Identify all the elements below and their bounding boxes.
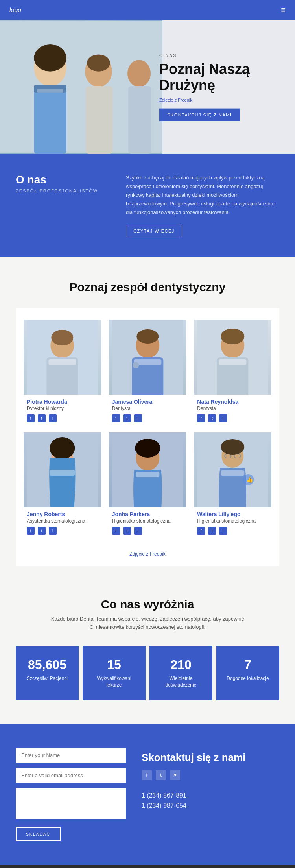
instagram-icon-5[interactable]: i bbox=[134, 527, 142, 535]
team-member-role-6: Higienistka stomatologiczna bbox=[197, 518, 268, 524]
svg-rect-34 bbox=[136, 472, 159, 477]
team-card-info-3: Nata Reynoldsa Dentysta f t i bbox=[194, 395, 271, 425]
email-input[interactable] bbox=[16, 768, 126, 783]
instagram-icon-3[interactable]: i bbox=[219, 414, 227, 422]
name-input[interactable] bbox=[16, 748, 126, 763]
contact-phone-1[interactable]: 1 (234) 567-891 bbox=[142, 792, 279, 799]
svg-rect-9 bbox=[128, 86, 151, 154]
twitter-icon-2[interactable]: t bbox=[123, 414, 131, 422]
svg-point-18 bbox=[136, 329, 159, 344]
twitter-icon-3[interactable]: t bbox=[208, 414, 216, 422]
svg-rect-15 bbox=[48, 359, 76, 365]
team-social-2: f t i bbox=[112, 414, 183, 422]
menu-icon[interactable]: ≡ bbox=[281, 6, 286, 15]
facebook-icon-3[interactable]: f bbox=[197, 414, 205, 422]
team-card-info-5: Jonha Parkera Higienistka stomatologiczn… bbox=[109, 507, 186, 537]
team-member-role-2: Dentysta bbox=[112, 406, 183, 411]
svg-point-33 bbox=[135, 439, 160, 458]
instagram-icon-2[interactable]: i bbox=[134, 414, 142, 422]
instagram-icon-4[interactable]: i bbox=[49, 527, 57, 535]
team-title: Poznaj zespół dentystyczny bbox=[16, 281, 279, 294]
team-grid: Piotra Howarda Dyrektor kliniczny f t i bbox=[24, 320, 271, 537]
hero-overtitle: O NAS bbox=[159, 53, 283, 58]
facebook-icon-4[interactable]: f bbox=[27, 527, 35, 535]
twitter-icon-4[interactable]: t bbox=[38, 527, 46, 535]
twitter-icon-1[interactable]: t bbox=[38, 414, 46, 422]
team-social-5: f t i bbox=[112, 527, 183, 535]
stat-number-1: 85,605 bbox=[22, 657, 72, 672]
svg-point-29 bbox=[50, 437, 75, 459]
stat-label-4: Dogodne lokalizacje bbox=[223, 675, 273, 682]
hero-content: O NAS Poznaj Naszą Drużynę Zdjęcie z Fre… bbox=[159, 53, 283, 121]
svg-point-7 bbox=[87, 55, 110, 72]
message-textarea[interactable] bbox=[16, 788, 126, 819]
hero-image bbox=[0, 20, 162, 154]
svg-rect-26 bbox=[219, 359, 247, 365]
team-photo-4 bbox=[24, 432, 101, 507]
team-social-6: f t i bbox=[197, 527, 268, 535]
about-subtitle: ZESPÓŁ PROFESJONALISTÓW bbox=[16, 188, 110, 193]
team-card-info-2: Jamesa Olivera Dentysta f t i bbox=[109, 395, 186, 425]
facebook-icon-5[interactable]: f bbox=[112, 527, 120, 535]
team-photo-credit: Zdjęcie z Freepik bbox=[24, 545, 271, 558]
about-section: O nas ZESPÓŁ PROFESJONALISTÓW Szybko zac… bbox=[0, 154, 295, 257]
twitter-icon-6[interactable]: t bbox=[208, 527, 216, 535]
stats-subtitle: Każde biuro Dental Team ma wsparcie, wie… bbox=[49, 615, 246, 632]
team-photo-3 bbox=[194, 320, 271, 395]
hero-doctors-svg bbox=[0, 20, 162, 154]
team-photo-5 bbox=[109, 432, 186, 507]
contact-info-area: Skontaktuj się z nami f t ✦ 1 (234) 567-… bbox=[142, 748, 279, 813]
instagram-icon-1[interactable]: i bbox=[49, 414, 57, 422]
navbar: logo ≡ bbox=[0, 0, 295, 20]
contact-section: SKŁADAĆ Skontaktuj się z nami f t ✦ 1 (2… bbox=[0, 724, 295, 865]
stat-number-3: 210 bbox=[156, 657, 206, 672]
team-photo-6: 👍 bbox=[194, 432, 271, 507]
stats-grid: 85,605 Szczęśliwi Pacjenci 15 Wykwalifik… bbox=[16, 646, 279, 700]
svg-text:👍: 👍 bbox=[247, 476, 254, 483]
team-member-name-3: Nata Reynoldsa bbox=[197, 399, 268, 405]
stat-card-1: 85,605 Szczęśliwi Pacjenci bbox=[16, 646, 79, 700]
contact-instagram-icon[interactable]: ✦ bbox=[170, 770, 180, 780]
svg-rect-2 bbox=[34, 85, 66, 154]
facebook-icon-6[interactable]: f bbox=[197, 527, 205, 535]
hero-title: Poznaj Naszą Drużynę bbox=[159, 61, 283, 94]
contact-twitter-icon[interactable]: t bbox=[156, 770, 166, 780]
about-title: O nas bbox=[16, 174, 110, 186]
svg-point-21 bbox=[133, 362, 139, 368]
svg-rect-30 bbox=[50, 470, 75, 476]
hero-photo-credit: Zdjęcie z Freepik bbox=[159, 97, 283, 102]
contact-socials: f t ✦ bbox=[142, 770, 279, 780]
contact-facebook-icon[interactable]: f bbox=[142, 770, 152, 780]
team-social-3: f t i bbox=[197, 414, 268, 422]
submit-button[interactable]: SKŁADAĆ bbox=[16, 827, 61, 841]
svg-point-40 bbox=[221, 439, 245, 455]
svg-rect-41 bbox=[221, 470, 245, 476]
team-member-role-1: Dyrektor kliniczny bbox=[27, 406, 98, 411]
stat-label-2: Wykwalifikowani lekarze bbox=[89, 675, 139, 689]
contact-form-area: SKŁADAĆ bbox=[16, 748, 126, 841]
navbar-logo: logo bbox=[9, 7, 21, 14]
svg-point-24 bbox=[221, 329, 245, 344]
facebook-icon-1[interactable]: f bbox=[27, 414, 35, 422]
facebook-icon-2[interactable]: f bbox=[112, 414, 120, 422]
team-card-5: Jonha Parkera Higienistka stomatologiczn… bbox=[109, 432, 186, 537]
read-more-button[interactable]: CZYTAJ WIĘCEJ bbox=[126, 225, 182, 237]
team-member-role-4: Asystentka stomatologiczna bbox=[27, 518, 98, 524]
stat-card-2: 15 Wykwalifikowani lekarze bbox=[83, 646, 146, 700]
instagram-icon-6[interactable]: i bbox=[219, 527, 227, 535]
team-section: Poznaj zespół dentystyczny Piotra Howard… bbox=[0, 257, 295, 574]
team-member-name-2: Jamesa Olivera bbox=[112, 399, 183, 405]
team-card-2: Jamesa Olivera Dentysta f t i bbox=[109, 320, 186, 425]
stats-section: Co nas wyróżnia Każde biuro Dental Team … bbox=[0, 574, 295, 724]
team-member-name-6: Waltera Lilly'ego bbox=[197, 511, 268, 517]
stat-card-3: 210 Wieloletnie doświadczenie bbox=[149, 646, 212, 700]
about-text: Szybko zachęcaj do działań mających wpły… bbox=[126, 174, 279, 217]
team-grid-container: Piotra Howarda Dyrektor kliniczny f t i bbox=[16, 308, 279, 566]
contact-phone-2[interactable]: 1 (234) 987-654 bbox=[142, 802, 279, 809]
stats-title: Co nas wyróżnia bbox=[16, 598, 279, 611]
svg-point-8 bbox=[127, 60, 151, 87]
team-photo-2 bbox=[109, 320, 186, 395]
team-card-info-6: Waltera Lilly'ego Higienistka stomatolog… bbox=[194, 507, 271, 537]
hero-cta-button[interactable]: SKONTAKTUJ SIĘ Z NAMI bbox=[159, 108, 240, 121]
twitter-icon-5[interactable]: t bbox=[123, 527, 131, 535]
